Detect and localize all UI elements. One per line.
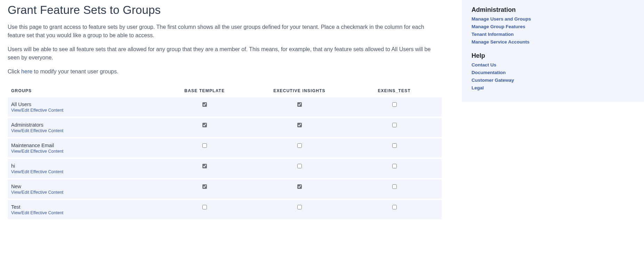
feature-set-grid: GROUPS BASE TEMPLATE EXECUTIVE INSIGHTS … [8, 84, 442, 219]
feature-set-checkbox[interactable] [392, 205, 397, 209]
header-groups: GROUPS [8, 88, 157, 93]
page-description-2: Users will be able to see all feature se… [8, 45, 435, 62]
feature-set-checkbox[interactable] [297, 143, 302, 148]
sidebar-link[interactable]: Manage Group Features [472, 24, 634, 29]
feature-set-checkbox[interactable] [392, 164, 397, 168]
sidebar-admin-heading: Administration [472, 6, 634, 14]
feature-set-cell [347, 163, 442, 170]
feature-set-cell [252, 122, 347, 129]
feature-set-checkbox[interactable] [202, 184, 207, 189]
view-edit-link[interactable]: View/Edit Effective Content [11, 190, 157, 195]
page-title: Grant Feature Sets to Groups [8, 3, 448, 17]
group-cell: NewView/Edit Effective Content [8, 184, 157, 195]
feature-set-checkbox[interactable] [297, 184, 302, 189]
feature-set-cell [252, 143, 347, 149]
table-row: Maintenance EmailView/Edit Effective Con… [8, 138, 442, 158]
page-description-1: Use this page to grant access to feature… [8, 23, 435, 40]
feature-set-cell [347, 102, 442, 108]
feature-set-checkbox[interactable] [297, 164, 302, 168]
table-row: NewView/Edit Effective Content [8, 179, 442, 199]
feature-set-cell [252, 163, 347, 170]
feature-set-checkbox[interactable] [392, 123, 397, 127]
sidebar-link[interactable]: Manage Service Accounts [472, 39, 634, 45]
feature-set-checkbox[interactable] [297, 102, 302, 107]
grid-header-row: GROUPS BASE TEMPLATE EXECUTIVE INSIGHTS … [8, 84, 442, 97]
sidebar: Administration Manage Users and GroupsMa… [462, 0, 644, 102]
group-cell: All UsersView/Edit Effective Content [8, 102, 157, 113]
desc3-prefix: Click [8, 69, 21, 74]
table-row: TestView/Edit Effective Content [8, 200, 442, 219]
sidebar-link[interactable]: Customer Gateway [472, 78, 634, 83]
feature-set-cell [252, 102, 347, 108]
feature-set-checkbox[interactable] [297, 123, 302, 127]
feature-set-cell [252, 184, 347, 190]
feature-set-checkbox[interactable] [392, 143, 397, 148]
feature-set-cell [157, 204, 252, 211]
group-name: hi [11, 163, 157, 169]
group-cell: Maintenance EmailView/Edit Effective Con… [8, 143, 157, 154]
feature-set-cell [157, 143, 252, 149]
feature-set-cell [347, 204, 442, 211]
feature-set-checkbox[interactable] [202, 123, 207, 127]
table-row: All UsersView/Edit Effective Content [8, 97, 442, 117]
desc3-suffix: to modify your tenant user groups. [32, 69, 118, 74]
feature-set-cell [157, 102, 252, 108]
view-edit-link[interactable]: View/Edit Effective Content [11, 128, 157, 133]
feature-set-checkbox[interactable] [297, 205, 302, 209]
feature-set-cell [252, 204, 347, 211]
feature-set-cell [347, 143, 442, 149]
sidebar-help-heading: Help [472, 52, 634, 59]
sidebar-link[interactable]: Legal [472, 85, 634, 90]
view-edit-link[interactable]: View/Edit Effective Content [11, 210, 157, 215]
feature-set-checkbox[interactable] [202, 205, 207, 209]
group-name: Test [11, 204, 157, 210]
feature-set-checkbox[interactable] [392, 102, 397, 107]
group-cell: hiView/Edit Effective Content [8, 163, 157, 174]
group-cell: AdministratorsView/Edit Effective Conten… [8, 122, 157, 133]
feature-set-cell [347, 122, 442, 129]
group-name: New [11, 184, 157, 189]
feature-set-checkbox[interactable] [202, 143, 207, 148]
main-content: Grant Feature Sets to Groups Use this pa… [0, 0, 462, 234]
feature-set-cell [347, 184, 442, 190]
header-feature-set: EXECUTIVE INSIGHTS [252, 88, 347, 93]
header-feature-set: BASE TEMPLATE [157, 88, 252, 93]
page-description-3: Click here to modify your tenant user gr… [8, 67, 435, 76]
sidebar-link[interactable]: Documentation [472, 70, 634, 75]
group-cell: TestView/Edit Effective Content [8, 204, 157, 215]
table-row: hiView/Edit Effective Content [8, 159, 442, 178]
table-row: AdministratorsView/Edit Effective Conten… [8, 118, 442, 137]
feature-set-cell [157, 184, 252, 190]
modify-groups-link[interactable]: here [21, 69, 32, 74]
sidebar-link[interactable]: Manage Users and Groups [472, 16, 634, 22]
feature-set-checkbox[interactable] [202, 102, 207, 107]
feature-set-checkbox[interactable] [392, 184, 397, 189]
group-name: All Users [11, 102, 157, 107]
sidebar-link[interactable]: Contact Us [472, 62, 634, 67]
view-edit-link[interactable]: View/Edit Effective Content [11, 149, 157, 154]
feature-set-cell [157, 163, 252, 170]
group-name: Administrators [11, 122, 157, 128]
feature-set-checkbox[interactable] [202, 164, 207, 168]
header-feature-set: EXEINS_TEST [347, 88, 442, 93]
view-edit-link[interactable]: View/Edit Effective Content [11, 169, 157, 174]
sidebar-link[interactable]: Tenant Information [472, 32, 634, 37]
feature-set-cell [157, 122, 252, 129]
view-edit-link[interactable]: View/Edit Effective Content [11, 108, 157, 113]
group-name: Maintenance Email [11, 143, 157, 148]
